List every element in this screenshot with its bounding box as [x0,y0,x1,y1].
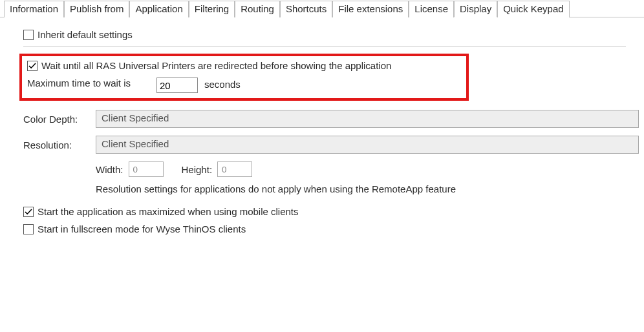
tab-display[interactable]: Display [454,1,497,17]
tab-application[interactable]: Application [129,1,188,17]
max-wait-input[interactable] [156,78,198,93]
height-label: Height: [182,164,213,175]
maximized-label: Start the application as maximized when … [38,206,299,217]
wait-checkbox[interactable] [27,61,38,71]
tab-routing[interactable]: Routing [235,1,280,17]
display-panel: Inherit default settings Wait until all … [0,17,644,234]
tab-filtering[interactable]: Filtering [189,1,235,17]
inherit-checkbox[interactable] [23,30,34,40]
resolution-select[interactable]: Client Specified [96,136,639,154]
separator [23,47,626,47]
width-label: Width: [96,164,123,175]
tab-quick-keypad[interactable]: Quick Keypad [497,1,569,17]
max-wait-unit: seconds [204,78,241,90]
tab-file-extensions[interactable]: File extensions [332,1,409,17]
fullscreen-checkbox[interactable] [23,224,34,234]
maximized-checkbox[interactable] [23,207,34,217]
height-input[interactable] [217,161,252,177]
tabs-bar: Information Publish from Application Fil… [0,0,644,17]
resolution-hint: Resolution settings for applications do … [96,183,644,194]
color-depth-label: Color Depth: [23,114,96,125]
inherit-label: Inherit default settings [38,29,133,40]
tab-publish-from[interactable]: Publish from [64,1,129,17]
max-wait-label: Maximum time to wait is [27,78,156,89]
fullscreen-label: Start in fullscreen mode for Wyse ThinOS… [38,223,246,234]
tab-shortcuts[interactable]: Shortcuts [280,1,332,17]
color-depth-select[interactable]: Client Specified [96,110,639,128]
wait-highlight-box: Wait until all RAS Universal Printers ar… [19,54,469,101]
wait-label: Wait until all RAS Universal Printers ar… [41,60,391,71]
tab-information[interactable]: Information [4,1,64,17]
tab-license[interactable]: License [409,1,454,17]
resolution-label: Resolution: [23,140,96,150]
width-input[interactable] [129,161,164,177]
